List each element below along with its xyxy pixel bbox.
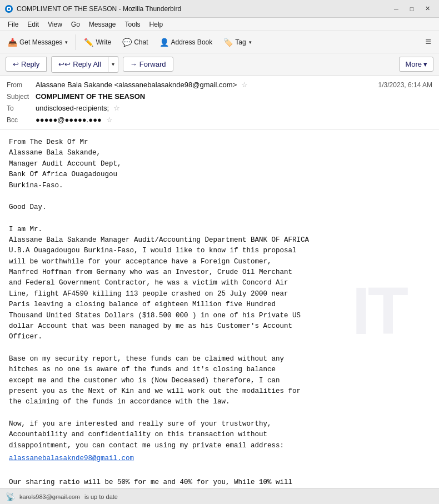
get-messages-dropdown-arrow[interactable]: ▾: [65, 39, 68, 45]
close-button[interactable]: ✕: [420, 3, 435, 14]
email-paragraph-1: From The Desk Of Mr Alassane Bala Sakand…: [9, 137, 430, 191]
maximize-button[interactable]: □: [405, 3, 419, 14]
reply-group: ↩ Reply: [6, 57, 47, 72]
reply-all-icon: ↩↩: [58, 60, 71, 68]
email-paragraph-4: Base on my security report, these funds …: [9, 354, 430, 408]
from-label: From: [7, 81, 36, 89]
action-toolbar: ↩ Reply ↩↩ Reply All ▾ → Forward More ▾: [0, 53, 439, 76]
app-icon: [4, 4, 13, 13]
menu-message[interactable]: Message: [84, 19, 121, 29]
get-messages-icon: 📥: [8, 38, 17, 47]
tag-dropdown-arrow[interactable]: ▾: [249, 39, 252, 45]
email-link[interactable]: alassanebalasaknde98@gmail.com: [9, 453, 430, 464]
window-controls: ─ □ ✕: [389, 3, 435, 14]
toolbar-separator-1: [76, 34, 76, 50]
chat-button[interactable]: 💬 Chat: [118, 36, 152, 49]
status-icon: 📡: [6, 492, 15, 501]
from-address: Alassane Bala Sakande <alassanebalasaknd…: [36, 81, 237, 89]
email-paragraph-2: Good Day.: [9, 202, 430, 213]
to-star-icon[interactable]: ☆: [113, 104, 120, 112]
svg-point-2: [8, 8, 10, 10]
get-messages-button[interactable]: 📥 Get Messages ▾: [3, 36, 72, 49]
subject-row: Subject COMPLIMENT OF THE SEASON: [7, 91, 432, 102]
address-book-button[interactable]: 👤 Address Book: [155, 36, 217, 49]
bcc-label: Bcc: [7, 116, 36, 124]
statusbar: 📡 karols983@gmail.com is up to date: [0, 488, 439, 504]
email-paragraph-5: Now, if you are interested and really su…: [9, 419, 430, 451]
menu-file[interactable]: File: [3, 19, 23, 29]
minimize-button[interactable]: ─: [389, 3, 403, 14]
reply-all-button[interactable]: ↩↩ Reply All: [51, 56, 108, 73]
write-button[interactable]: ✏️ Write: [79, 36, 116, 49]
reply-icon: ↩: [13, 60, 19, 68]
to-value: undisclosed-recipients; ☆: [36, 104, 432, 112]
forward-button[interactable]: → Forward: [123, 57, 173, 72]
toolbar: 📥 Get Messages ▾ ✏️ Write 💬 Chat 👤 Addre…: [0, 31, 439, 53]
more-button[interactable]: More ▾: [399, 57, 433, 72]
write-icon: ✏️: [84, 38, 93, 47]
subject-value: COMPLIMENT OF THE SEASON: [36, 92, 432, 101]
menu-view[interactable]: View: [43, 19, 67, 29]
from-row: From Alassane Bala Sakande <alassanebala…: [7, 79, 432, 91]
status-email: karols983@gmail.com: [19, 493, 80, 500]
from-star-icon[interactable]: ☆: [241, 81, 248, 89]
from-value: Alassane Bala Sakande <alassanebalasaknd…: [36, 81, 378, 89]
date-value: 1/3/2023, 6:14 AM: [378, 81, 432, 89]
bcc-row: Bcc ●●●●●@●●●●●.●●● ☆: [7, 114, 432, 126]
status-text: is up to date: [84, 493, 118, 500]
bcc-star-icon[interactable]: ☆: [106, 116, 113, 124]
to-row: To undisclosed-recipients; ☆: [7, 102, 432, 114]
menu-tools[interactable]: Tools: [121, 19, 145, 29]
more-dropdown-arrow: ▾: [423, 60, 427, 68]
window-title: COMPLIMENT OF THE SEASON - Mozilla Thund…: [17, 5, 389, 13]
address-book-icon: 👤: [159, 38, 169, 47]
tag-icon: 🏷️: [223, 38, 233, 47]
tag-button[interactable]: 🏷️ Tag ▾: [219, 36, 256, 49]
menu-edit[interactable]: Edit: [23, 19, 43, 29]
subject-label: Subject: [7, 93, 36, 101]
reply-button[interactable]: ↩ Reply: [6, 57, 47, 72]
chat-icon: 💬: [122, 38, 132, 47]
email-paragraph-3: I am Mr. Alassane Bala Sakande Manager A…: [9, 224, 430, 343]
bcc-value: ●●●●●@●●●●●.●●● ☆: [36, 116, 432, 124]
reply-all-group: ↩↩ Reply All ▾: [51, 56, 118, 73]
menu-help[interactable]: Help: [145, 19, 168, 29]
menubar: File Edit View Go Message Tools Help: [0, 18, 439, 31]
hamburger-menu-button[interactable]: ≡: [421, 34, 436, 50]
forward-icon: →: [130, 60, 137, 68]
reply-all-dropdown[interactable]: ▾: [108, 56, 118, 73]
email-header: From Alassane Bala Sakande <alassanebala…: [0, 76, 439, 129]
titlebar: COMPLIMENT OF THE SEASON - Mozilla Thund…: [0, 0, 439, 18]
to-label: To: [7, 104, 36, 112]
menu-go[interactable]: Go: [67, 19, 84, 29]
email-body: IT From The Desk Of Mr Alassane Bala Sak…: [0, 129, 439, 491]
